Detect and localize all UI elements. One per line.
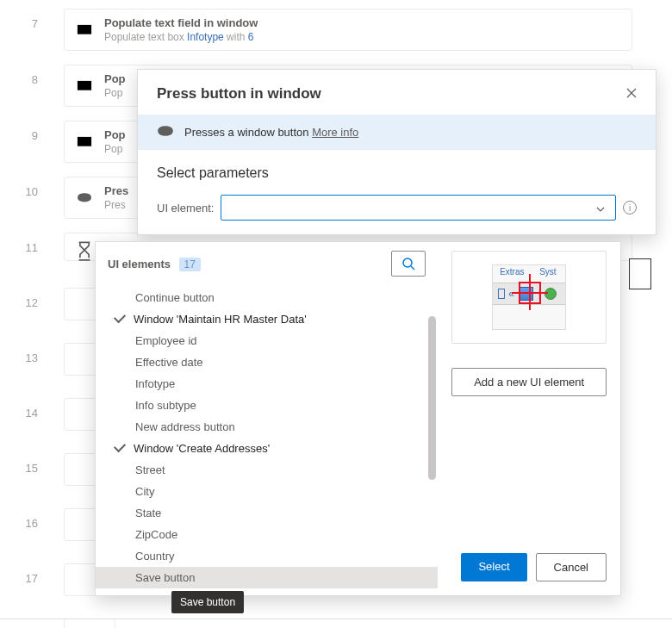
flow-step-7: 7 Populate text field in window Populate…: [17, 9, 672, 51]
tree-item[interactable]: Street: [96, 459, 438, 481]
preview-screenshot: Extras Syst « |: [492, 264, 566, 330]
count-badge: 17: [179, 258, 201, 271]
ui-element-list-pane: UI elements 17 Continue button Window 'M…: [96, 242, 438, 595]
tree-item[interactable]: Continue button: [96, 287, 438, 308]
hourglass-icon: [77, 241, 92, 253]
preview-menu-label: Extras: [500, 267, 524, 277]
tree-group-label: Window 'Maintain HR Master Data': [134, 313, 307, 326]
ui-element-tree: Continue button Window 'Maintain HR Mast…: [96, 285, 438, 595]
info-icon[interactable]: i: [623, 201, 637, 215]
dialog-header: Press button in window: [138, 70, 656, 115]
tree-group[interactable]: Window 'Maintain HR Master Data': [96, 308, 438, 330]
tree-group-label: Window 'Create Addresses': [134, 442, 270, 455]
tree-item[interactable]: State: [96, 502, 438, 524]
close-icon[interactable]: [626, 87, 637, 101]
textfield-icon: [77, 24, 92, 36]
tree-item-selected[interactable]: Save button: [96, 567, 438, 588]
preview-icon: [498, 289, 505, 299]
step-number: 8: [17, 65, 38, 86]
ui-element-preview: Extras Syst « |: [451, 251, 607, 344]
step-card[interactable]: [64, 619, 115, 628]
step-title: Pres: [104, 184, 128, 197]
more-info-link[interactable]: More info: [312, 126, 358, 139]
add-ui-element-button[interactable]: Add a new UI element: [451, 368, 607, 396]
step-number: 13: [17, 343, 38, 364]
tree-item[interactable]: New address button: [96, 416, 438, 438]
step-number: 15: [17, 453, 38, 475]
step-number: 18: [17, 619, 38, 628]
step-number: 7: [17, 9, 38, 30]
highlight-cross: [529, 274, 531, 310]
banner-text: Presses a window button More info: [184, 126, 358, 139]
chevron-down-icon: [116, 314, 127, 325]
step-number: 9: [17, 121, 38, 142]
tree-item[interactable]: ZipCode: [96, 524, 438, 545]
step-number: 11: [17, 233, 38, 254]
step-number: 14: [17, 398, 38, 420]
step-number: 17: [17, 563, 38, 585]
param-ui-element: UI element: i: [138, 190, 656, 234]
tree-item[interactable]: Effective date: [96, 351, 438, 373]
preview-pane: Extras Syst « | Add a new UI element Sel…: [438, 242, 620, 595]
svg-point-9: [403, 258, 412, 267]
press-button-icon: [157, 125, 174, 140]
divider: [0, 619, 672, 619]
select-button[interactable]: Select: [461, 553, 526, 581]
param-label: UI element:: [157, 202, 214, 215]
dialog-title: Press button in window: [157, 85, 321, 103]
tree-item[interactable]: Employee id: [96, 330, 438, 351]
textfield-icon: [77, 80, 92, 92]
step-subtitle: Populate text box Infotype with 6: [104, 31, 258, 43]
step-subtitle: Pop: [104, 87, 126, 99]
press-button-icon: [77, 192, 92, 204]
tree-item[interactable]: Info subtype: [96, 395, 438, 416]
step-card[interactable]: Populate text field in window Populate t…: [64, 9, 632, 51]
svg-rect-3: [80, 83, 86, 87]
textfield-icon: [77, 136, 92, 148]
step-number: 10: [17, 177, 38, 198]
resize-handle-partial: [629, 258, 651, 289]
ui-element-picker-panel: UI elements 17 Continue button Window 'M…: [95, 241, 621, 596]
step-title: Pop: [104, 128, 126, 141]
step-subtitle: Pop: [104, 143, 126, 155]
svg-rect-1: [80, 27, 86, 31]
ui-element-combobox[interactable]: [221, 195, 616, 221]
flow-step-18: 18: [17, 619, 672, 628]
cancel-button[interactable]: Cancel: [536, 553, 607, 581]
preview-menu-label: Syst: [539, 267, 556, 277]
picker-footer: Select Cancel: [451, 541, 607, 581]
picker-header: UI elements 17: [96, 242, 438, 285]
step-title: Pop: [104, 72, 126, 85]
chevron-down-icon: [116, 444, 127, 454]
info-banner: Presses a window button More info: [138, 115, 656, 150]
picker-title: UI elements: [108, 258, 171, 270]
action-dialog: Press button in window Presses a window …: [137, 69, 656, 235]
step-subtitle: Pres: [104, 199, 128, 211]
search-button[interactable]: [391, 251, 426, 277]
scrollbar-thumb[interactable]: [428, 316, 436, 480]
picker-title-wrap: UI elements 17: [108, 258, 201, 270]
step-title: Populate text field in window: [104, 16, 258, 29]
tree-item[interactable]: Country: [96, 545, 438, 567]
tooltip: Save button: [171, 591, 244, 613]
svg-rect-5: [80, 139, 86, 143]
section-title: Select parameters: [138, 150, 656, 190]
step-number: 12: [17, 288, 38, 309]
tree-group[interactable]: Window 'Create Addresses': [96, 438, 438, 459]
tree-item[interactable]: City: [96, 481, 438, 502]
chevron-down-icon: [596, 202, 605, 215]
preview-icon: [544, 288, 557, 300]
search-icon: [401, 257, 415, 270]
step-number: 16: [17, 508, 38, 530]
tree-item[interactable]: Infotype: [96, 373, 438, 395]
